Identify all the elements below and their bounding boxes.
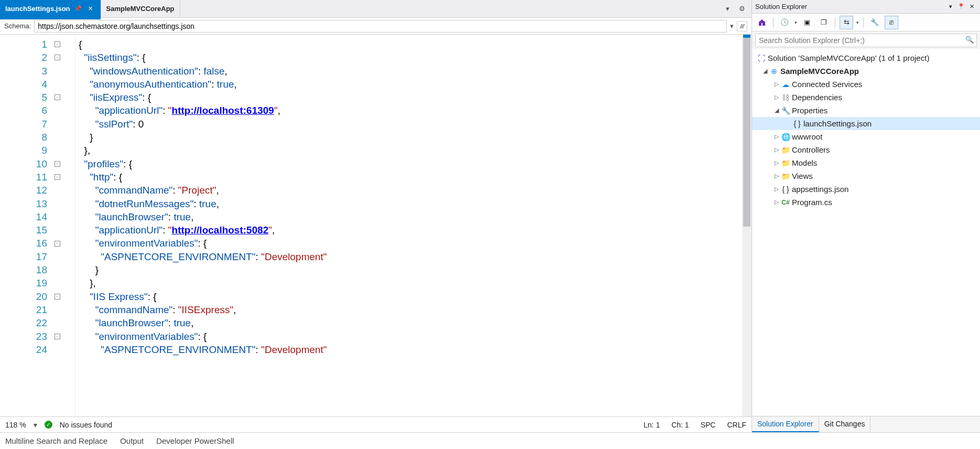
dependencies-icon: ⛓ <box>780 93 791 102</box>
history-icon[interactable]: 🕓 <box>778 16 791 29</box>
bottom-tab-powershell[interactable]: Developer PowerShell <box>156 436 234 445</box>
tree-controllers[interactable]: ▷ 📁 Controllers <box>752 143 980 156</box>
json-file-icon: { } <box>792 120 802 128</box>
tree-connected-services[interactable]: ▷ ☁ Connected Services <box>752 78 980 91</box>
ok-status-icon: ✓ <box>45 421 52 429</box>
explorer-search-input[interactable] <box>755 34 977 47</box>
solution-explorer-header: Solution Explorer ▾ 📍 ✕ <box>752 0 980 14</box>
sync-icon[interactable]: ⇆ <box>840 16 853 29</box>
tree-program-cs[interactable]: ▷ C# Program.cs <box>752 196 980 209</box>
tree-solution[interactable]: ⛶ Solution 'SampleMVCCoreApp' (1 of 1 pr… <box>752 51 980 65</box>
tab-label: SampleMVCCoreApp <box>106 5 175 13</box>
expand-icon[interactable]: ▷ <box>773 159 780 166</box>
bottom-tab-output[interactable]: Output <box>120 436 144 445</box>
expand-icon[interactable]: ▷ <box>773 173 780 179</box>
tree-launchsettings[interactable]: { } launchSettings.json <box>752 117 980 130</box>
connected-services-icon: ☁ <box>780 80 791 89</box>
tab-launchsettings[interactable]: launchSettings.json 📌 ✕ <box>0 0 101 17</box>
panel-title: Solution Explorer <box>755 3 807 10</box>
tab-label: launchSettings.json <box>5 5 70 13</box>
code-content[interactable]: { "iisSettings": { "windowsAuthenticatio… <box>75 35 742 416</box>
split-editor-icon[interactable]: ⫻ <box>737 21 747 31</box>
tree-project[interactable]: ◢ ⊕ SampleMVCCoreApp <box>752 65 980 78</box>
close-panel-icon[interactable]: ✕ <box>966 2 977 12</box>
tree-models[interactable]: ▷ 📁 Models <box>752 156 980 169</box>
expand-icon[interactable]: ▷ <box>773 199 780 206</box>
folder-icon: 📁 <box>780 172 791 180</box>
home-icon[interactable] <box>755 16 769 29</box>
expand-icon[interactable]: ◢ <box>761 68 769 74</box>
panel-tabs: Solution Explorer Git Changes <box>752 416 980 432</box>
line-indicator[interactable]: Ln: 1 <box>644 421 660 429</box>
folder-icon: 📁 <box>780 159 791 167</box>
zoom-dropdown-icon[interactable]: ▾ <box>34 421 37 429</box>
json-file-icon: { } <box>780 185 791 194</box>
csharp-file-icon: C# <box>780 199 791 206</box>
expand-icon[interactable]: ◢ <box>773 107 780 114</box>
editor-status-bar: 118 % ▾ ✓ No issues found Ln: 1 Ch: 1 SP… <box>0 416 752 432</box>
window-menu-icon[interactable]: ▾ <box>945 2 956 12</box>
tree-views[interactable]: ▷ 📁 Views <box>752 169 980 183</box>
solution-tree[interactable]: ⛶ Solution 'SampleMVCCoreApp' (1 of 1 pr… <box>752 49 980 416</box>
bottom-tool-tabs: Multiline Search and Replace Output Deve… <box>0 432 980 449</box>
chevron-down-icon[interactable]: ▾ <box>794 20 797 25</box>
close-icon[interactable]: ✕ <box>86 4 95 14</box>
collapse-icon[interactable]: ▣ <box>800 16 814 29</box>
pin-icon[interactable]: 📌 <box>73 4 83 14</box>
tab-samplemvccoreapp[interactable]: SampleMVCCoreApp <box>101 0 180 17</box>
open-files-dropdown-icon[interactable]: ▾ <box>721 3 734 15</box>
expand-icon[interactable]: ▷ <box>773 81 780 88</box>
csharp-project-icon: ⊕ <box>769 67 779 76</box>
expand-icon[interactable]: ▷ <box>773 133 780 140</box>
gear-icon[interactable]: ⚙ <box>736 3 748 15</box>
tree-wwwroot[interactable]: ▷ 🌐 wwwroot <box>752 130 980 143</box>
issues-status[interactable]: No issues found <box>60 421 112 429</box>
tree-properties[interactable]: ◢ 🔧 Properties <box>752 104 980 117</box>
chevron-down-icon[interactable]: ▾ <box>856 20 859 25</box>
expand-icon[interactable]: ▷ <box>773 94 780 101</box>
document-tab-bar: launchSettings.json 📌 ✕ SampleMVCCoreApp… <box>0 0 752 18</box>
tab-git-changes[interactable]: Git Changes <box>819 416 871 432</box>
line-number-gutter: 123 456 789 101112 131415 161718 192021 … <box>0 35 52 416</box>
col-indicator[interactable]: Ch: 1 <box>671 421 689 429</box>
eol-indicator[interactable]: CRLF <box>727 421 746 429</box>
expand-icon[interactable]: ▷ <box>773 186 780 193</box>
zoom-level[interactable]: 118 % <box>5 421 26 429</box>
code-editor[interactable]: 123 456 789 101112 131415 161718 192021 … <box>0 35 752 416</box>
preview-icon[interactable]: ⎚ <box>885 16 898 29</box>
show-all-icon[interactable]: ❐ <box>817 16 831 29</box>
tree-appsettings[interactable]: ▷ { } appsettings.json <box>752 183 980 196</box>
fold-gutter[interactable]: − − − − − − − − <box>52 35 75 416</box>
properties-folder-icon: 🔧 <box>780 106 791 115</box>
tree-dependencies[interactable]: ▷ ⛓ Dependencies <box>752 91 980 104</box>
schema-label: Schema: <box>4 22 31 30</box>
bottom-tab-search[interactable]: Multiline Search and Replace <box>5 436 107 445</box>
vertical-scrollbar[interactable] <box>742 35 752 416</box>
schema-bar: Schema: ▾ ⫻ <box>0 18 752 35</box>
indent-indicator[interactable]: SPC <box>701 421 716 429</box>
wrench-icon[interactable]: 🔧 <box>868 16 881 29</box>
folder-icon: 📁 <box>780 146 791 154</box>
expand-icon[interactable]: ▷ <box>773 146 780 153</box>
pin-panel-icon[interactable]: 📍 <box>956 2 966 12</box>
search-icon[interactable]: 🔍 <box>965 36 974 44</box>
tab-solution-explorer[interactable]: Solution Explorer <box>752 416 819 432</box>
globe-icon: 🌐 <box>780 133 791 141</box>
chevron-down-icon[interactable]: ▾ <box>730 22 734 30</box>
schema-input[interactable] <box>34 20 727 33</box>
solution-icon: ⛶ <box>756 54 767 62</box>
explorer-toolbar: 🕓▾ ▣ ❐ ⇆▾ 🔧 ⎚ <box>752 14 980 31</box>
